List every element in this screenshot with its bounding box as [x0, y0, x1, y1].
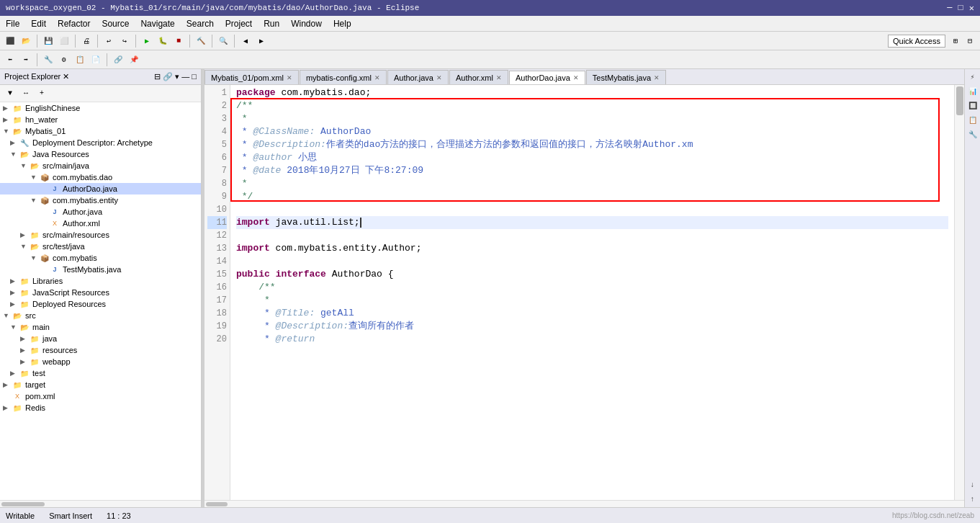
tree-item-author-xml[interactable]: X Author.xml	[0, 218, 201, 229]
tab-close-icon[interactable]: ✕	[573, 74, 579, 81]
tree-item-src-test-java[interactable]: ▼ 📂 src/test/java	[0, 241, 201, 252]
tree-item-com-mybatis[interactable]: ▼ 📦 com.mybatis	[0, 252, 201, 264]
right-panel-btn-3[interactable]: 🔲	[966, 99, 979, 112]
tree-item-src-main-java[interactable]: ▼ 📂 src/main/java	[0, 160, 201, 171]
tree-item-target[interactable]: ▶ 📁 target	[0, 379, 201, 390]
maximize-panel-button[interactable]: □	[192, 72, 197, 81]
sidebar-scroll-thumb[interactable]	[1, 502, 45, 506]
menu-refactor[interactable]: Refactor	[52, 16, 96, 31]
sidebar-scrollbar[interactable]	[0, 500, 201, 507]
toolbar2-btn3[interactable]: 🔧	[41, 53, 55, 67]
tree-item-deployment[interactable]: ▶ 🔧 Deployment Descriptor: Archetype	[0, 137, 201, 148]
toolbar-undo[interactable]: ↩	[102, 34, 116, 48]
toolbar2-btn7[interactable]: 🔗	[111, 53, 125, 67]
tab-close-icon[interactable]: ✕	[436, 74, 442, 81]
tab-mybatis-config[interactable]: mybatis-config.xml ✕	[300, 70, 387, 84]
tab-pom-xml[interactable]: Mybatis_01/pom.xml ✕	[204, 70, 299, 84]
toolbar2-btn8[interactable]: 📌	[127, 53, 141, 67]
tab-testmybatis[interactable]: TestMybatis.java ✕	[586, 70, 666, 84]
menu-edit[interactable]: Edit	[25, 16, 52, 31]
tree-item-java-resources[interactable]: ▼ 📂 Java Resources	[0, 148, 201, 160]
tab-close-icon[interactable]: ✕	[374, 74, 380, 81]
tree-item-resources[interactable]: ▶ 📁 resources	[0, 344, 201, 356]
toolbar-debug[interactable]: 🐛	[156, 34, 170, 48]
toolbar-back[interactable]: ◀	[238, 34, 253, 48]
tab-author-xml[interactable]: Author.xml ✕	[449, 70, 508, 84]
scroll-thumb[interactable]	[956, 86, 963, 115]
toolbar2-btn1[interactable]: ⬅	[3, 53, 17, 67]
editor-hscroll-thumb[interactable]	[206, 502, 228, 506]
menu-search[interactable]: Search	[181, 16, 220, 31]
tree-item-main[interactable]: ▼ 📂 main	[0, 321, 201, 333]
link-with-editor-button[interactable]: 🔗	[163, 72, 173, 81]
tree-item-authordao[interactable]: J AuthorDao.java	[0, 183, 201, 195]
right-panel-btn-4[interactable]: 📋	[966, 114, 979, 127]
tree-item-englishchinese[interactable]: ▶ 📁 EnglishChinese	[0, 102, 201, 114]
toolbar-save-all[interactable]: ⬜	[57, 34, 71, 48]
editor-scrollbar[interactable]	[954, 85, 964, 500]
menu-window[interactable]: Window	[285, 16, 328, 31]
filter-button[interactable]: ▼	[3, 86, 17, 101]
tree-item-redis[interactable]: ▶ 📁 Redis	[0, 402, 201, 414]
tree-item-src-main-resources[interactable]: ▶ 📁 src/main/resources	[0, 229, 201, 241]
tree-item-com-mybatis-dao[interactable]: ▼ 📦 com.mybatis.dao	[0, 171, 201, 183]
toolbar-stop[interactable]: ■	[171, 34, 186, 48]
right-panel-btn-1[interactable]: ⚡	[966, 71, 979, 84]
tab-close-icon[interactable]: ✕	[496, 74, 502, 81]
tab-authordao-java[interactable]: AuthorDao.java ✕	[509, 71, 585, 85]
tree-item-javascript-resources[interactable]: ▶ 📁 JavaScript Resources	[0, 287, 201, 298]
explorer-menu-button[interactable]: ▾	[175, 72, 179, 81]
toolbar-perspective[interactable]: ⊞	[948, 34, 963, 48]
tree-item-deployed-resources[interactable]: ▶ 📁 Deployed Resources	[0, 298, 201, 310]
menu-run[interactable]: Run	[258, 16, 285, 31]
right-panel-btn-bottom1[interactable]: ↓	[966, 478, 979, 491]
tree-item-hnwater[interactable]: ▶ 📁 hn_water	[0, 114, 201, 125]
minimize-panel-button[interactable]: —	[181, 72, 189, 81]
toolbar-search[interactable]: 🔍	[216, 34, 230, 48]
tree-item-src[interactable]: ▼ 📂 src	[0, 310, 201, 321]
collapse-all-button[interactable]: ⊟	[154, 72, 161, 81]
tree-item-test[interactable]: ▶ 📁 test	[0, 367, 201, 379]
right-panel-btn-bottom2[interactable]: ↑	[966, 493, 979, 506]
code-editor[interactable]: 1 2 3 4 5 6 7 8 9 10 11 12 13 14 15 16 1…	[204, 85, 964, 500]
sync-button[interactable]: ↔	[19, 86, 33, 101]
tree-item-libraries[interactable]: ▶ 📁 Libraries	[0, 275, 201, 287]
close-button[interactable]: ✕	[969, 3, 974, 14]
toolbar-view[interactable]: ⊟	[963, 34, 977, 48]
minimize-button[interactable]: —	[947, 3, 952, 14]
menu-project[interactable]: Project	[220, 16, 258, 31]
menu-source[interactable]: Source	[96, 16, 135, 31]
editor-hscrollbar[interactable]	[204, 500, 964, 507]
right-panel-btn-2[interactable]: 📊	[966, 85, 979, 98]
toolbar-print[interactable]: 🖨	[79, 34, 94, 48]
toolbar-redo[interactable]: ↪	[117, 34, 132, 48]
tree-item-author-java[interactable]: J Author.java	[0, 206, 201, 218]
menu-help[interactable]: Help	[328, 16, 357, 31]
code-content[interactable]: package com.mybatis.dao; /** * * @ClassN…	[230, 85, 954, 500]
menu-navigate[interactable]: Navigate	[135, 16, 180, 31]
window-controls[interactable]: — □ ✕	[947, 3, 974, 14]
tree-item-testmybatis[interactable]: J TestMybatis.java	[0, 264, 201, 275]
tree-item-mybatis01[interactable]: ▼ 📂 Mybatis_01	[0, 125, 201, 137]
tab-close-icon[interactable]: ✕	[654, 74, 660, 81]
toolbar-save[interactable]: 💾	[41, 34, 55, 48]
maximize-button[interactable]: □	[958, 3, 963, 14]
tree-item-com-mybatis-entity[interactable]: ▼ 📦 com.mybatis.entity	[0, 195, 201, 206]
new-button[interactable]: +	[35, 86, 49, 101]
toolbar2-btn2[interactable]: ➡	[19, 53, 33, 67]
tree-item-java[interactable]: ▶ 📁 java	[0, 333, 201, 344]
toolbar-open[interactable]: 📂	[19, 34, 33, 48]
menu-file[interactable]: File	[0, 16, 25, 31]
tab-close-icon[interactable]: ✕	[287, 74, 292, 81]
tree-item-pom[interactable]: X pom.xml	[0, 390, 201, 402]
toolbar2-btn4[interactable]: ⚙	[57, 53, 71, 67]
toolbar-forward[interactable]: ▶	[254, 34, 269, 48]
toolbar2-btn5[interactable]: 📋	[73, 53, 87, 67]
tree-item-webapp[interactable]: ▶ 📁 webapp	[0, 356, 201, 367]
tab-author-java[interactable]: Author.java ✕	[387, 70, 449, 84]
toolbar-build[interactable]: 🔨	[194, 34, 208, 48]
right-panel-btn-5[interactable]: 🔧	[966, 128, 979, 141]
quick-access-input[interactable]: Quick Access	[888, 35, 945, 48]
toolbar-run[interactable]: ▶	[140, 34, 154, 48]
toolbar-new[interactable]: ⬛	[3, 34, 17, 48]
